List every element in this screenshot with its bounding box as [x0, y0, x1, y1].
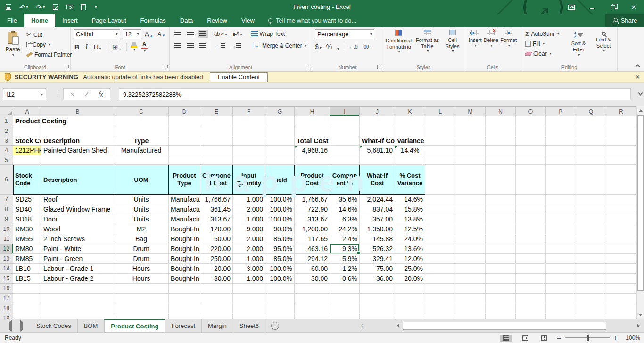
- cell-L4[interactable]: [425, 146, 455, 155]
- cell-J12[interactable]: 526.32: [360, 244, 395, 254]
- share-button[interactable]: Share: [605, 14, 644, 27]
- cell-P6[interactable]: [546, 165, 576, 195]
- cell-B18[interactable]: [41, 303, 114, 313]
- cell-K1[interactable]: [395, 116, 425, 126]
- cell-C15[interactable]: Hours: [114, 274, 169, 284]
- cell-L12[interactable]: [425, 244, 455, 254]
- center-button[interactable]: [185, 41, 195, 49]
- cell-J18[interactable]: [360, 303, 395, 313]
- tab-insert[interactable]: Insert: [55, 14, 85, 27]
- cell-O8[interactable]: [516, 204, 546, 214]
- cell-D1[interactable]: [169, 116, 200, 126]
- cell-N15[interactable]: [486, 274, 516, 284]
- cell-I15[interactable]: 0.6%: [330, 274, 360, 284]
- cell-R2[interactable]: [606, 126, 636, 136]
- cell-I5[interactable]: [330, 155, 360, 165]
- cell-H1[interactable]: [295, 116, 330, 126]
- cell-B10[interactable]: Wood: [41, 224, 114, 234]
- cell-F15[interactable]: 1.000: [233, 274, 265, 284]
- cell-F19[interactable]: [233, 313, 265, 319]
- cell-Q3[interactable]: [576, 136, 606, 146]
- cell-Q18[interactable]: [576, 303, 606, 313]
- cell-F18[interactable]: [233, 303, 265, 313]
- cell-G1[interactable]: [265, 116, 295, 126]
- number-format-combo[interactable]: Percentage: [315, 29, 374, 39]
- cell-C11[interactable]: Bag: [114, 234, 169, 244]
- cell-A9[interactable]: SD18: [13, 214, 41, 224]
- cell-R6[interactable]: [606, 165, 636, 195]
- cell-L2[interactable]: [425, 126, 455, 136]
- cell-N19[interactable]: [486, 313, 516, 319]
- cell-F1[interactable]: [233, 116, 265, 126]
- cell-K2[interactable]: [395, 126, 425, 136]
- cell-M13[interactable]: [455, 254, 486, 264]
- horizontal-scrollbar[interactable]: [393, 319, 644, 332]
- cell-C3[interactable]: Type: [114, 136, 169, 146]
- format-painter-button[interactable]: Format Painter: [25, 49, 74, 59]
- cell-E18[interactable]: [200, 303, 233, 313]
- cell-J15[interactable]: 36.00: [360, 274, 395, 284]
- cell-G12[interactable]: 95.0%: [265, 244, 295, 254]
- cell-B6[interactable]: Description: [41, 165, 114, 195]
- cell-R5[interactable]: [606, 155, 636, 165]
- cell-B13[interactable]: Paint - Green: [41, 254, 114, 264]
- column-header-E[interactable]: E: [200, 107, 233, 116]
- cell-I13[interactable]: 5.9%: [330, 254, 360, 264]
- cell-J4[interactable]: 5,681.10: [360, 146, 395, 155]
- cell-J11[interactable]: 145.88: [360, 234, 395, 244]
- row-header-9[interactable]: 9: [0, 214, 13, 224]
- cell-K6[interactable]: % Cost Variance: [395, 165, 425, 195]
- cell-R8[interactable]: [606, 204, 636, 214]
- cell-B3[interactable]: Description: [41, 136, 114, 146]
- column-header-G[interactable]: G: [265, 107, 295, 116]
- cell-G3[interactable]: [265, 136, 295, 146]
- cell-N13[interactable]: [486, 254, 516, 264]
- decrease-decimal-button[interactable]: [363, 43, 374, 50]
- clipboard-dialog-launcher-icon[interactable]: [65, 65, 69, 69]
- row-header-15[interactable]: 15: [0, 274, 13, 284]
- cell-M6[interactable]: [455, 165, 486, 195]
- shrink-font-button[interactable]: A▼: [157, 31, 166, 38]
- column-header-Q[interactable]: Q: [576, 107, 606, 116]
- cell-N1[interactable]: [486, 116, 516, 126]
- cell-O7[interactable]: [516, 195, 546, 204]
- cell-I3[interactable]: [330, 136, 360, 146]
- cell-I2[interactable]: [330, 126, 360, 136]
- cell-L3[interactable]: [425, 136, 455, 146]
- cell-E19[interactable]: [200, 313, 233, 319]
- cell-I1[interactable]: [330, 116, 360, 126]
- fill-button[interactable]: Fill: [523, 39, 561, 49]
- row-header-19[interactable]: 19: [0, 313, 13, 319]
- cell-F5[interactable]: [233, 155, 265, 165]
- grow-font-button[interactable]: A▲: [144, 31, 154, 38]
- cell-D13[interactable]: Bought-In: [169, 254, 200, 264]
- cell-R14[interactable]: [606, 264, 636, 274]
- cell-D7[interactable]: Manufactured: [169, 195, 200, 204]
- cell-M8[interactable]: [455, 204, 486, 214]
- row-header-13[interactable]: 13: [0, 254, 13, 264]
- cell-I11[interactable]: 2.4%: [330, 234, 360, 244]
- cell-C13[interactable]: Drum: [114, 254, 169, 264]
- cell-A7[interactable]: SD25: [13, 195, 41, 204]
- cell-H7[interactable]: 1,766.67: [295, 195, 330, 204]
- cell-K11[interactable]: 24.0%: [395, 234, 425, 244]
- font-color-button[interactable]: A: [141, 41, 148, 53]
- font-dialog-launcher-icon[interactable]: [164, 65, 168, 69]
- scroll-right-icon[interactable]: [635, 322, 642, 330]
- bold-button[interactable]: [74, 43, 80, 51]
- cell-F10[interactable]: 9.000: [233, 224, 265, 234]
- cell-G19[interactable]: [265, 313, 295, 319]
- tell-me-box[interactable]: Tell me what you want to do...: [268, 14, 356, 27]
- font-size-combo[interactable]: 12: [123, 29, 141, 39]
- cell-F9[interactable]: 1.000: [233, 214, 265, 224]
- cell-B11[interactable]: 2 Inch Screws: [41, 234, 114, 244]
- cell-D12[interactable]: Bought-In: [169, 244, 200, 254]
- cell-K18[interactable]: [395, 303, 425, 313]
- cell-A6[interactable]: Stock Code: [13, 165, 41, 195]
- zoom-slider-thumb[interactable]: [587, 335, 589, 341]
- redo-icon[interactable]: [36, 4, 45, 11]
- cell-Q17[interactable]: [576, 294, 606, 303]
- cell-C12[interactable]: Drum: [114, 244, 169, 254]
- cell-Q11[interactable]: [576, 234, 606, 244]
- cell-A4[interactable]: 1212PHP: [13, 146, 41, 155]
